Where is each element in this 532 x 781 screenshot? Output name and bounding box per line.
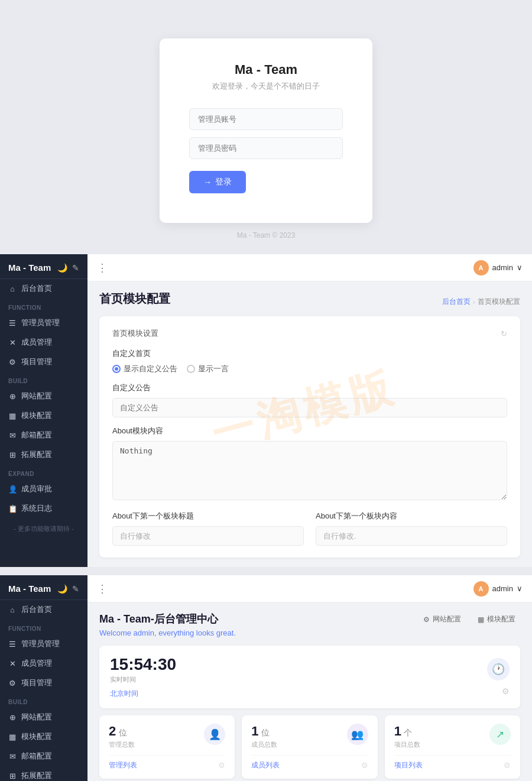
topbar-user-2[interactable]: A admin ∨ [473,581,523,597]
user-avatar-1: A [473,260,489,276]
sidebar-item-extend-config-1[interactable]: ⊞ 拓展配置 [0,445,87,465]
stat-member-desc: 成员总数 [251,740,277,749]
subtitle-pre: Welcome [99,628,134,637]
sidebar-item-member-audit-1[interactable]: 👤 成员审批 [0,479,87,499]
clock-card: 15:54:30 实时时间 北京时间 🕐 ⚙ [99,646,520,708]
stat-member-num-row: 1 位 [251,724,277,739]
stat-member-link[interactable]: 成员列表 [251,760,280,770]
module-config-label: 模块配置 [487,614,515,624]
about-subtitle-col: About下第一个板块标题 [112,511,304,546]
stat-project-number: 1 [394,724,401,738]
settings-icon: ⚙ [423,615,430,624]
sidebar-item-email-config-1[interactable]: ✉ 邮箱配置 [0,426,87,445]
sidebar-item-label: 后台首页 [21,605,52,615]
sidebar-item-site-config-1[interactable]: ⊕ 网站配置 [0,387,87,406]
custom-notice-label: 自定义公告 [112,383,507,393]
custom-notice-input[interactable] [112,398,507,417]
refresh-icon[interactable]: ↻ [501,329,507,338]
stat-member-number: 1 [251,724,258,738]
radio-dot-checked [112,365,121,373]
sidebar-item-member-mgr-2[interactable]: ✕ 成员管理 [0,654,87,673]
stat-admin-number: 2 [109,724,116,738]
breadcrumb-home-link[interactable]: 后台首页 [442,297,471,307]
sidebar-1: Ma - Team 🌙 ✎ ⌂ 后台首页 后台首页 FUNCTION ☰ 管理员… [0,254,87,567]
sidebar-item-admin-mgr-1[interactable]: ☰ 管理员管理 [0,313,87,333]
config-card: 首页模块设置 ↻ 自定义首页 显示自定义公告 显示一言 自定义公告 [99,316,520,558]
sidebar-item-label: 成员审批 [21,484,52,494]
clock-gear-icon[interactable]: ⚙ [502,686,510,696]
stat-project-numbers: 1 个 项目总数 [394,724,420,749]
module-config-link[interactable]: ▦ 模块配置 [473,612,520,627]
sidebar-item-project-mgr-2[interactable]: ⚙ 项目管理 [0,673,87,693]
sidebar-item-member-mgr-1[interactable]: ✕ 成员管理 [0,333,87,352]
sidebar-item-extend-config-2[interactable]: ⊞ 拓展配置 [0,766,87,781]
about-content-textarea[interactable]: Nothing [112,441,507,500]
clock-tz[interactable]: 北京时间 [110,689,138,699]
radio-item-custom[interactable]: 显示自定义公告 [112,364,177,374]
login-footer: Ma - Team © 2023 [237,231,296,239]
stat-project-gear-icon[interactable]: ⚙ [504,761,511,770]
sidebar-item-label: 成员管理 [21,338,52,348]
sidebar-item-syslog-1[interactable]: 📋 系统日志 [0,499,87,518]
stat-admin-gear-icon[interactable]: ⚙ [218,761,225,770]
about-form-row: About下第一个板块标题 About下第一个板块内容 [112,511,507,546]
radio-item-yiyan[interactable]: 显示一言 [187,364,229,374]
x-icon: ✕ [8,338,17,347]
password-input[interactable] [189,137,343,159]
user-name-1: admin [492,263,513,272]
stat-admin-icon: 👤 [204,724,225,745]
login-card: Ma - Team 欢迎登录，今天是个不错的日子 → 登录 [160,38,372,223]
sidebar-item-home-2[interactable]: ⌂ 后台首页 [0,600,87,620]
sidebar-item-project-mgr-1[interactable]: ⚙ 项目管理 [0,352,87,372]
stat-project-link[interactable]: 项目列表 [394,760,423,770]
stat-project-icon: ↗ [489,724,511,745]
panel-divider [0,567,532,575]
sidebar-item-label: 管理员管理 [21,639,60,649]
about-subtitle-input[interactable] [112,526,304,546]
dashboard-header: Ma - Team-后台管理中心 Welcome admin, everythi… [99,612,520,637]
site-config-link[interactable]: ⚙ 网站配置 [419,612,466,627]
sidebar-logo-text-2: Ma - Team [8,584,51,594]
radio-label-2: 显示一言 [198,364,229,374]
login-subtitle: 欢迎登录，今天是个不错的日子 [189,81,343,92]
stat-member-icon: 👥 [347,724,368,745]
topbar-menu-icon-2[interactable]: ⋮ [97,582,108,595]
sidebar-item-label: 网站配置 [21,712,52,722]
sidebar-edit-icon[interactable]: ✎ [72,263,79,273]
user-avatar-2: A [473,581,489,597]
subtitle-post: , everything looks great. [154,628,236,637]
about-content2-input[interactable] [316,526,507,546]
home-icon: ⌂ [8,285,17,293]
admin-panel-2: Ma - Team 🌙 ✎ ⌂ 后台首页 FUNCTION ☰ 管理员管理 ✕ … [0,575,532,781]
login-button[interactable]: → 登录 [189,171,246,193]
sidebar-2: Ma - Team 🌙 ✎ ⌂ 后台首页 FUNCTION ☰ 管理员管理 ✕ … [0,575,87,781]
stat-card-admin: 2 位 管理总数 👤 管理列表 ⚙ [99,715,235,779]
stat-card-member: 1 位 成员总数 👥 成员列表 ⚙ [242,715,377,779]
sidebar-edit-icon-2[interactable]: ✎ [72,584,79,594]
username-input[interactable] [189,108,343,130]
sidebar-item-admin-mgr-2[interactable]: ☰ 管理员管理 [0,634,87,654]
sidebar-item-label: 模块配置 [21,732,52,742]
stat-project-num-row: 1 个 [394,724,420,739]
extend-icon-2: ⊞ [8,772,17,780]
sidebar-item-module-config-1[interactable]: ▦ 模块配置 [0,406,87,426]
dashboard-title-block: Ma - Team-后台管理中心 Welcome admin, everythi… [99,612,236,637]
sidebar-item-module-config-2[interactable]: ▦ 模块配置 [0,727,87,747]
email-icon: ✉ [8,431,17,440]
radio-dot-unchecked [187,365,195,373]
sidebar-moon-icon-2[interactable]: 🌙 [57,584,67,594]
stat-project-bottom: 项目列表 ⚙ [394,755,511,770]
login-label: 登录 [215,177,232,187]
sidebar-item-home-1[interactable]: ⌂ 后台首页 [0,279,87,299]
sidebar-item-label: 项目管理 [21,357,52,367]
stat-admin-link[interactable]: 管理列表 [109,760,137,770]
sidebar-moon-icon[interactable]: 🌙 [57,263,67,273]
topbar-menu-icon-1[interactable]: ⋮ [97,261,108,274]
sidebar-section-function-2: FUNCTION [0,620,87,634]
page-header-1: 首页模块配置 后台首页 › 首页模块配置 [99,291,520,307]
site-icon: ⊕ [8,392,17,401]
sidebar-item-site-config-2[interactable]: ⊕ 网站配置 [0,708,87,727]
topbar-user-1[interactable]: A admin ∨ [473,260,523,276]
sidebar-item-email-config-2[interactable]: ✉ 邮箱配置 [0,747,87,766]
stat-member-gear-icon[interactable]: ⚙ [361,761,368,770]
